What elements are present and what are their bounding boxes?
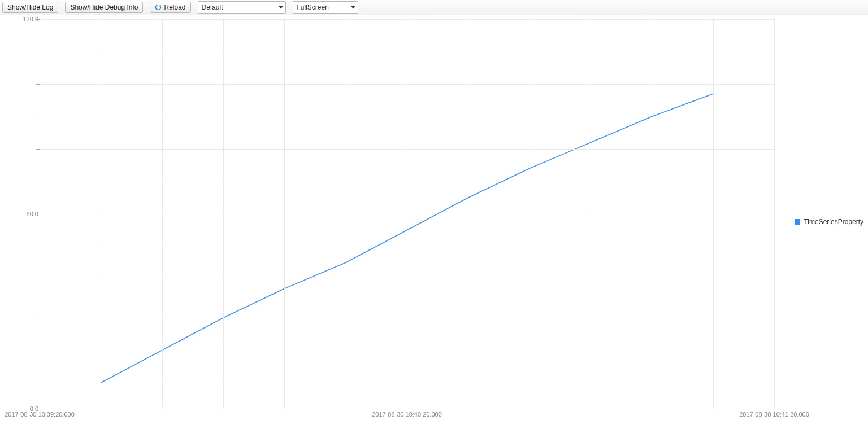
v-gridline — [346, 19, 346, 409]
v-gridline — [407, 19, 407, 409]
view-mode-select-value: FullScreen — [297, 3, 329, 11]
y-tick-label: 60.0 — [27, 211, 40, 217]
layout-select-value: Default — [202, 3, 223, 11]
view-mode-select[interactable]: FullScreen — [293, 1, 358, 14]
toolbar: Show/Hide Log Show/Hide Debug Info Reloa… — [0, 0, 868, 15]
v-gridline — [530, 19, 530, 409]
layout-select[interactable]: Default — [198, 1, 286, 14]
show-hide-debug-button[interactable]: Show/Hide Debug Info — [65, 2, 143, 13]
show-hide-log-button[interactable]: Show/Hide Log — [2, 2, 58, 13]
legend: TimeSeriesProperty — [795, 218, 863, 226]
x-tick-label: 2017-08-30 10:40:20.000 — [372, 409, 442, 418]
v-gridline — [223, 19, 224, 409]
v-gridline — [101, 19, 101, 409]
v-gridline — [774, 19, 775, 409]
chevron-down-icon — [351, 6, 355, 9]
v-gridline — [591, 19, 591, 409]
v-gridline — [284, 19, 285, 409]
v-gridline — [40, 19, 40, 409]
legend-swatch — [795, 219, 800, 225]
y-tick-label: 120.0 — [23, 16, 40, 23]
v-gridline — [468, 19, 468, 409]
legend-label: TimeSeriesProperty — [804, 218, 863, 226]
reload-button[interactable]: Reload — [150, 2, 190, 13]
chevron-down-icon — [279, 6, 283, 9]
x-tick-label: 2017-08-30 10:39:20.000 — [5, 409, 75, 418]
plot-area[interactable]: 0.060.0120.02017-08-30 10:39:20.0002017-… — [40, 19, 774, 409]
reload-icon — [155, 4, 162, 11]
v-gridline — [713, 19, 714, 409]
v-gridline — [652, 19, 652, 409]
x-tick-label: 2017-08-30 10:41:20.000 — [739, 409, 809, 418]
chart-container: 0.060.0120.02017-08-30 10:39:20.0002017-… — [0, 15, 868, 429]
reload-button-label: Reload — [164, 3, 185, 11]
v-gridline — [162, 19, 163, 409]
